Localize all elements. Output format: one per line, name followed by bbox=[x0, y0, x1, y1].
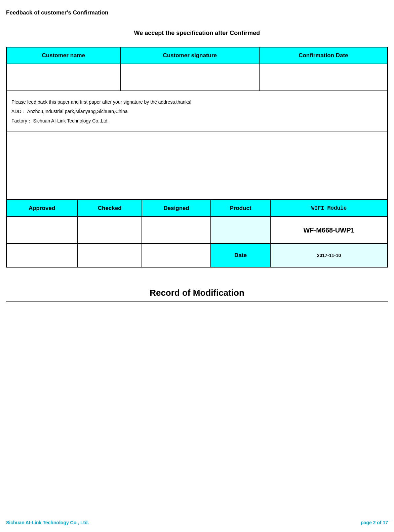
footer-company: Sichuan AI-Link Technology Co., Ltd. bbox=[6, 520, 89, 525]
address-section: Please feed back this paper and first pa… bbox=[6, 91, 388, 132]
confirmation-data-row bbox=[6, 64, 388, 91]
page-of: of bbox=[377, 520, 381, 525]
feedback-title: Feedback of customer's Confirmation bbox=[6, 9, 388, 16]
col-customer-name: Customer name bbox=[6, 47, 121, 64]
product-value bbox=[211, 217, 270, 244]
checked-date-value bbox=[77, 244, 142, 267]
customer-name-value bbox=[6, 64, 121, 91]
factory-label: Factory： bbox=[11, 118, 32, 123]
confirmation-date-value bbox=[259, 64, 388, 91]
add-value: Anzhou,Industrial park,Mianyang,Sichuan,… bbox=[27, 109, 128, 114]
we-accept-subtitle: We accept the specification after Confir… bbox=[6, 30, 388, 37]
checked-value bbox=[77, 217, 142, 244]
date-value: 2017-11-10 bbox=[270, 244, 388, 267]
page-footer: Sichuan AI-Link Technology Co., Ltd. pag… bbox=[6, 517, 388, 525]
footer-data-row: WF-M668-UWP1 bbox=[6, 217, 388, 244]
page-total: 17 bbox=[383, 520, 388, 525]
approved-value bbox=[6, 217, 77, 244]
col-checked: Checked bbox=[77, 200, 142, 217]
col-approved: Approved bbox=[6, 200, 77, 217]
approved-date-value bbox=[6, 244, 77, 267]
col-product: Product bbox=[211, 200, 270, 217]
designed-value bbox=[142, 217, 211, 244]
confirmation-table: Customer name Customer signature Confirm… bbox=[6, 47, 388, 91]
page-label: page bbox=[361, 520, 372, 525]
col-wifi-module: WIFI Module bbox=[270, 200, 388, 217]
factory-value: Sichuan AI-Link Technology Co.,Ltd. bbox=[33, 118, 109, 123]
col-confirmation-date: Confirmation Date bbox=[259, 47, 388, 64]
footer-page-info: page 2 of 17 bbox=[361, 520, 388, 525]
footer-table: Approved Checked Designed Product WIFI M… bbox=[6, 200, 388, 268]
address-line1: Please feed back this paper and first pa… bbox=[11, 97, 383, 107]
address-line3: Factory： Sichuan AI-Link Technology Co.,… bbox=[11, 116, 383, 126]
product-name: WF-M668-UWP1 bbox=[270, 217, 388, 244]
current-page: 2 bbox=[373, 520, 377, 525]
footer-date-row: Date 2017-11-10 bbox=[6, 244, 388, 267]
record-divider bbox=[6, 302, 388, 302]
col-customer-signature: Customer signature bbox=[121, 47, 259, 64]
footer-header-row: Approved Checked Designed Product WIFI M… bbox=[6, 200, 388, 217]
record-section: Record of Modification bbox=[6, 288, 388, 307]
col-designed: Designed bbox=[142, 200, 211, 217]
spacer-section bbox=[6, 132, 388, 200]
record-title: Record of Modification bbox=[6, 288, 388, 298]
date-label: Date bbox=[211, 244, 270, 267]
add-label: ADD： bbox=[11, 109, 26, 114]
customer-signature-value bbox=[121, 64, 259, 91]
designed-date-value bbox=[142, 244, 211, 267]
address-line2: ADD： Anzhou,Industrial park,Mianyang,Sic… bbox=[11, 107, 383, 116]
confirmation-header-row: Customer name Customer signature Confirm… bbox=[6, 47, 388, 64]
